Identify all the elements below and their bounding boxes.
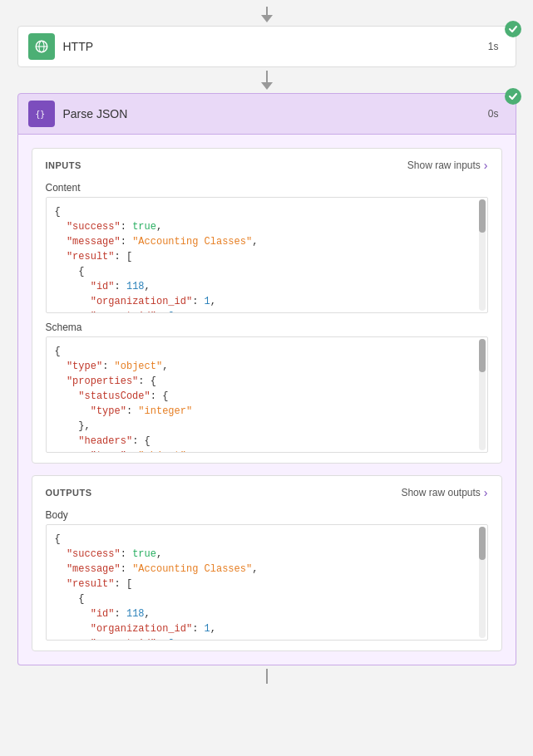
- show-raw-inputs-label: Show raw inputs: [407, 160, 481, 171]
- content-json-line-7: "organization_id": 1,: [55, 294, 479, 309]
- schema-json-line-1: {: [55, 344, 479, 359]
- content-json-line-4: "result": [: [55, 249, 479, 264]
- body-json-line-7: "organization_id": 1,: [55, 621, 479, 636]
- body-json-line-6: "id": 118,: [55, 606, 479, 621]
- body-json-line-3: "message": "Accounting Classes",: [55, 562, 479, 577]
- schema-json-line-5: "type": "integer": [55, 404, 479, 419]
- content-scrollbar[interactable]: [479, 199, 486, 311]
- body-json-line-4: "result": [: [55, 577, 479, 592]
- body-scrollbar[interactable]: [479, 527, 486, 638]
- schema-scrollbar[interactable]: [479, 339, 486, 450]
- schema-json-line-6: },: [55, 419, 479, 434]
- middle-connector-line: [266, 71, 268, 82]
- body-json-line-1: {: [55, 532, 479, 547]
- body-json-line-5: {: [55, 592, 479, 606]
- content-json-line-3: "message": "Accounting Classes",: [55, 234, 479, 249]
- http-step-card: HTTP 1s: [17, 26, 516, 67]
- parse-json-step-card: {} Parse JSON 0s INPUTS Show raw inputs …: [17, 93, 516, 665]
- http-step-header[interactable]: HTTP 1s: [17, 26, 516, 67]
- parse-json-step-duration: 0s: [488, 108, 499, 120]
- body-code-box: { "success": true, "message": "Accountin…: [46, 524, 488, 641]
- parse-json-status-badge: [505, 88, 521, 105]
- content-field-label: Content: [46, 182, 488, 194]
- content-code-box: { "success": true, "message": "Accountin…: [46, 197, 488, 313]
- outputs-section-header: OUTPUTS Show raw outputs ›: [46, 486, 488, 499]
- http-step-duration: 1s: [488, 41, 499, 52]
- show-raw-inputs-chevron: ›: [484, 159, 488, 172]
- parse-json-step-header[interactable]: {} Parse JSON 0s: [17, 93, 516, 135]
- top-connector-line: [266, 7, 268, 15]
- body-json-line-8: "parent_id": 0: [55, 636, 479, 641]
- parse-json-step-body: INPUTS Show raw inputs › Content { "succ…: [17, 135, 516, 665]
- outputs-section: OUTPUTS Show raw outputs › Body { "succe…: [32, 475, 502, 651]
- middle-arrow: [261, 82, 273, 90]
- bottom-connector-line: [266, 669, 268, 684]
- content-json-line-8: "parent_id": 0: [55, 309, 479, 313]
- show-raw-outputs-label: Show raw outputs: [401, 487, 480, 498]
- show-raw-outputs-link[interactable]: Show raw outputs ›: [401, 486, 487, 499]
- http-icon: [28, 33, 55, 60]
- content-json-line-1: {: [55, 204, 479, 219]
- http-step-title: HTTP: [63, 40, 488, 53]
- show-raw-outputs-chevron: ›: [484, 486, 488, 499]
- schema-json-line-7: "headers": {: [55, 434, 479, 449]
- body-field-label: Body: [46, 509, 488, 521]
- show-raw-inputs-link[interactable]: Show raw inputs ›: [407, 159, 488, 172]
- svg-text:{}: {}: [35, 110, 45, 119]
- schema-code-box: { "type": "object", "properties": { "sta…: [46, 336, 488, 453]
- inputs-section-header: INPUTS Show raw inputs ›: [46, 159, 488, 172]
- schema-json-line-8: "type": "object": [55, 449, 479, 453]
- parse-json-step-title: Parse JSON: [63, 107, 488, 120]
- schema-json-line-4: "statusCode": {: [55, 389, 479, 404]
- http-status-badge: [505, 21, 521, 37]
- outputs-section-title: OUTPUTS: [46, 488, 92, 498]
- schema-json-line-2: "type": "object",: [55, 359, 479, 374]
- schema-json-line-3: "properties": {: [55, 374, 479, 389]
- content-json-line-6: "id": 118,: [55, 279, 479, 294]
- json-icon: {}: [28, 101, 55, 127]
- top-arrow: [261, 15, 273, 22]
- schema-field-label: Schema: [46, 322, 488, 333]
- inputs-section: INPUTS Show raw inputs › Content { "succ…: [32, 148, 502, 464]
- content-json-line-2: "success": true,: [55, 219, 479, 234]
- inputs-section-title: INPUTS: [46, 160, 81, 170]
- content-json-line-5: {: [55, 264, 479, 279]
- body-json-line-2: "success": true,: [55, 547, 479, 562]
